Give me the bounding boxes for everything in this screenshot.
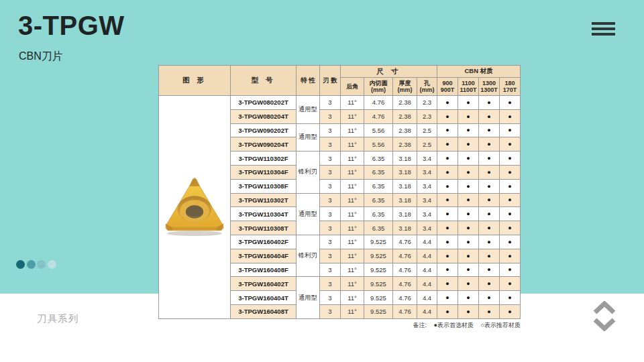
menu-button[interactable]	[592, 22, 615, 37]
hole-value: 3.4	[417, 165, 437, 179]
edge-count: 3	[320, 137, 341, 152]
clearance-angle-value: 11°	[341, 291, 364, 305]
material-dot-1100: ●	[458, 221, 479, 235]
edge-count: 3	[320, 207, 341, 221]
edge-count: 3	[320, 304, 341, 318]
header-feature: 特 性	[297, 66, 320, 96]
inscribed-circle-value: 4.76	[364, 96, 393, 110]
clearance-angle-value: 11°	[341, 193, 364, 207]
hamburger-icon	[592, 27, 615, 30]
material-dot-180: ●	[500, 221, 521, 235]
model-number: 3-TPGW090202T	[231, 123, 297, 137]
edge-count: 3	[320, 165, 341, 179]
material-dot-900: ●	[437, 291, 458, 305]
feature-cell: 通用型	[297, 123, 320, 152]
material-dot-1300: ●	[479, 137, 500, 152]
clearance-angle-value: 11°	[341, 235, 364, 249]
material-dot-1300: ●	[479, 123, 500, 137]
hole-value: 3.4	[417, 179, 437, 193]
inscribed-circle-value: 9.525	[364, 263, 393, 277]
feature-cell: 通用型	[297, 96, 320, 124]
pagination-dot[interactable]	[37, 260, 46, 269]
model-number: 3-TPGW160402T	[231, 277, 297, 291]
material-dot-900: ●	[437, 179, 458, 193]
inscribed-circle-value: 6.35	[364, 152, 393, 166]
material-dot-900: ●	[437, 109, 458, 123]
inscribed-circle-value: 6.35	[364, 221, 393, 235]
inscribed-circle-value: 9.525	[364, 304, 393, 318]
thickness-value: 2.38	[393, 109, 417, 123]
inscribed-circle-value: 6.35	[364, 193, 393, 207]
edge-count: 3	[320, 277, 341, 291]
model-number: 3-TPGW080204T	[231, 109, 297, 123]
material-dot-1100: ●	[458, 235, 479, 249]
thickness-value: 4.76	[393, 304, 417, 318]
table-body: 3-TPGW080202T通用型311°4.762.382.3●●●●3-TPG…	[159, 96, 521, 319]
material-dot-180: ●	[500, 96, 521, 110]
thickness-value: 4.76	[393, 263, 417, 277]
catalog-page: 3-TPGW CBN刀片 刀具系列 图 形 型 号 特 性	[0, 0, 644, 362]
thickness-value: 2.38	[393, 96, 417, 110]
clearance-angle-value: 11°	[341, 207, 364, 221]
hamburger-icon	[592, 22, 615, 25]
edge-count: 3	[320, 152, 341, 166]
material-dot-900: ●	[437, 277, 458, 291]
clearance-angle-value: 11°	[341, 165, 364, 179]
clearance-angle-value: 11°	[341, 304, 364, 318]
inscribed-circle-value: 9.525	[364, 235, 393, 249]
hole-value: 4.4	[417, 249, 437, 263]
header-material-1100: 11001100T	[458, 78, 479, 96]
edge-count: 3	[320, 249, 341, 263]
edge-count: 3	[320, 221, 341, 235]
figure-cell	[159, 96, 231, 319]
scroll-down-button[interactable]	[593, 318, 616, 331]
pagination-dot-active[interactable]	[16, 260, 25, 269]
hole-value: 2.3	[417, 109, 437, 123]
hole-value: 4.4	[417, 277, 437, 291]
pagination-dot[interactable]	[48, 260, 56, 269]
header-cbn-group: CBN 材质	[437, 66, 521, 78]
feature-cell: 通用型	[297, 277, 320, 318]
clearance-angle-value: 11°	[341, 221, 364, 235]
edge-count: 3	[320, 235, 341, 249]
material-dot-1300: ●	[479, 165, 500, 179]
table-row: 3-TPGW080202T通用型311°4.762.382.3●●●●	[159, 96, 521, 110]
clearance-angle-value: 11°	[341, 179, 364, 193]
material-dot-1100: ●	[458, 291, 479, 305]
feature-cell: 锋利刃	[297, 235, 320, 276]
material-dot-1300: ●	[479, 193, 500, 207]
material-dot-1100: ●	[458, 109, 479, 123]
edge-count: 3	[320, 179, 341, 193]
model-number: 3-TPGW080202T	[231, 96, 297, 110]
hole-value: 2.3	[417, 96, 437, 110]
model-number: 3-TPGW110304T	[231, 207, 297, 221]
triangular-insert-illustration	[162, 176, 227, 239]
product-table: 图 形 型 号 特 性 刃 数 尺 寸 CBN 材质 后角 内切圆(mm) 厚度…	[158, 65, 521, 319]
scroll-up-button[interactable]	[593, 301, 616, 314]
material-dot-900: ●	[437, 304, 458, 318]
header-material-180: 180170T	[500, 78, 521, 96]
material-dot-180: ●	[500, 249, 521, 263]
material-dot-1300: ●	[479, 96, 500, 110]
hole-value: 4.4	[417, 263, 437, 277]
model-number: 3-TPGW160408F	[231, 263, 297, 277]
edge-count: 3	[320, 263, 341, 277]
material-dot-1100: ●	[458, 165, 479, 179]
insert-image	[159, 96, 230, 318]
model-number: 3-TPGW110308F	[231, 179, 297, 193]
material-dot-1300: ●	[479, 249, 500, 263]
material-dot-1300: ●	[479, 277, 500, 291]
material-dot-180: ●	[500, 304, 521, 318]
material-dot-1100: ●	[458, 179, 479, 193]
hole-value: 4.4	[417, 304, 437, 318]
material-dot-1100: ●	[458, 123, 479, 137]
insert-spec-table: 图 形 型 号 特 性 刃 数 尺 寸 CBN 材质 后角 内切圆(mm) 厚度…	[158, 65, 521, 319]
material-dot-900: ●	[437, 123, 458, 137]
hole-value: 3.4	[417, 152, 437, 166]
note-preferred-material: ●表示首选材质	[434, 322, 474, 328]
hamburger-icon	[592, 33, 615, 36]
pagination-dot[interactable]	[27, 260, 36, 269]
header-edges: 刃 数	[320, 66, 341, 96]
edge-count: 3	[320, 123, 341, 137]
clearance-angle-value: 11°	[341, 137, 364, 152]
